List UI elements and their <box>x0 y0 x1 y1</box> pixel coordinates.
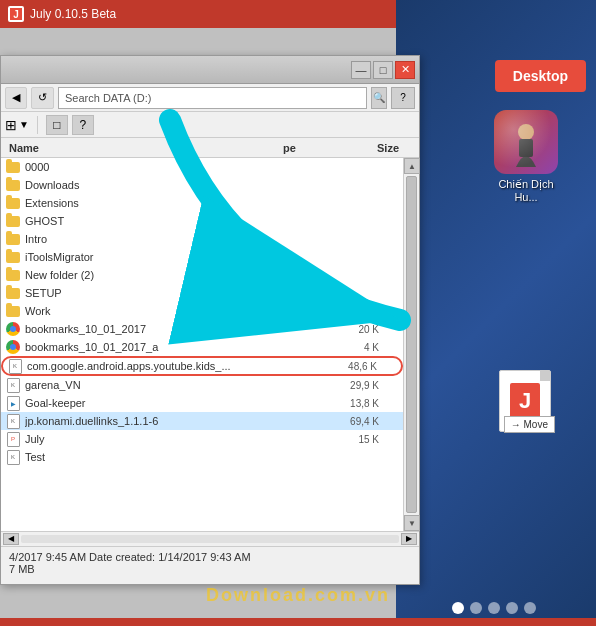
file-size: 13,8 K <box>339 398 399 409</box>
list-item[interactable]: Kcom.google.android.apps.youtube.kids_..… <box>1 356 403 376</box>
back-button[interactable]: ◀ <box>5 87 27 109</box>
horizontal-scrollbar[interactable]: ◀ ▶ <box>1 531 419 545</box>
file-name: Goal-keeper <box>25 397 339 409</box>
file-type-icon <box>5 339 21 355</box>
list-item[interactable]: Intro <box>1 230 403 248</box>
list-item[interactable]: 0000 <box>1 158 403 176</box>
view-options-button[interactable]: ⊞ ▼ <box>5 117 29 133</box>
dot-4 <box>506 602 518 614</box>
file-size: 29,9 K <box>339 380 399 391</box>
status-bar: 4/2017 9:45 AM Date created: 1/14/2017 9… <box>1 546 419 584</box>
file-type-icon <box>5 267 21 283</box>
file-type-icon <box>5 195 21 211</box>
dots-indicator <box>452 602 536 614</box>
file-type-icon: ▶ <box>5 395 21 411</box>
file-size: 15 K <box>339 434 399 445</box>
list-item[interactable]: Extensions <box>1 194 403 212</box>
desktop-background: Desktop Chiến Dịch Hu... J → Move <box>396 0 596 626</box>
list-item[interactable]: ▶Goal-keeper13,8 K <box>1 394 403 412</box>
list-item[interactable]: bookmarks_10_01_201720 K <box>1 320 403 338</box>
scroll-thumb[interactable] <box>406 176 417 513</box>
file-size: 20 K <box>339 324 399 335</box>
app-icon: J <box>8 6 24 22</box>
file-name: Work <box>25 305 339 317</box>
list-item[interactable]: Downloads <box>1 176 403 194</box>
file-list-container: 0000DownloadsExtensionsGHOSTIntroiToolsM… <box>1 158 419 531</box>
col-name-header[interactable]: Name <box>1 142 279 154</box>
close-button[interactable]: ✕ <box>395 61 415 79</box>
list-item[interactable]: Work <box>1 302 403 320</box>
bottom-bar <box>0 618 596 626</box>
file-name: bookmarks_10_01_2017_a <box>25 341 339 353</box>
list-item[interactable]: PJuly15 K <box>1 430 403 448</box>
window-title-bar: — □ ✕ <box>1 56 419 84</box>
desktop-file-image: J → Move <box>499 370 551 432</box>
search-button[interactable]: 🔍 <box>371 87 387 109</box>
address-bar[interactable]: Search DATA (D:) <box>58 87 367 109</box>
col-size-header[interactable]: Size <box>359 142 419 154</box>
file-size: 69,4 K <box>339 416 399 427</box>
list-item[interactable]: Kjp.konami.duellinks_1.1.1-669,4 K <box>1 412 403 430</box>
maximize-button[interactable]: □ <box>373 61 393 79</box>
file-type-icon <box>5 303 21 319</box>
file-name: GHOST <box>25 215 339 227</box>
info-button[interactable]: ? <box>72 115 94 135</box>
file-type-icon <box>5 159 21 175</box>
file-size: 48,6 K <box>337 361 397 372</box>
file-type-icon: K <box>5 449 21 465</box>
status-line-2: 7 MB <box>9 563 411 575</box>
scroll-up-button[interactable]: ▲ <box>404 158 420 174</box>
file-name: Extensions <box>25 197 339 209</box>
preview-button[interactable]: □ <box>46 115 68 135</box>
file-name: July <box>25 433 339 445</box>
file-type-icon: K <box>5 413 21 429</box>
file-name: Test <box>25 451 339 463</box>
file-name: com.google.android.apps.youtube.kids_... <box>27 360 337 372</box>
view-toolbar: ⊞ ▼ □ ? <box>1 112 419 138</box>
list-item[interactable]: bookmarks_10_01_2017_a4 K <box>1 338 403 356</box>
game-icon[interactable]: Chiến Dịch Hu... <box>486 110 566 203</box>
game-icon-image <box>494 110 558 174</box>
minimize-button[interactable]: — <box>351 61 371 79</box>
file-type-icon <box>5 177 21 193</box>
desktop-file-icon[interactable]: J → Move <box>499 370 551 436</box>
col-type-header[interactable]: pe <box>279 142 359 154</box>
list-item[interactable]: GHOST <box>1 212 403 230</box>
file-name: 0000 <box>25 161 339 173</box>
file-list: 0000DownloadsExtensionsGHOSTIntroiToolsM… <box>1 158 403 531</box>
help-button[interactable]: ? <box>391 87 415 109</box>
list-item[interactable]: SETUP <box>1 284 403 302</box>
file-type-icon <box>5 231 21 247</box>
file-type-icon <box>5 213 21 229</box>
list-item[interactable]: iToolsMigrator <box>1 248 403 266</box>
svg-rect-1 <box>519 139 533 157</box>
desktop-button[interactable]: Desktop <box>495 60 586 92</box>
list-item[interactable]: KTest <box>1 448 403 466</box>
dot-2 <box>470 602 482 614</box>
file-name: SETUP <box>25 287 339 299</box>
explorer-window: — □ ✕ ◀ ↺ Search DATA (D:) 🔍 ? ⊞ ▼ □ ? <box>0 55 420 585</box>
file-type-icon <box>5 321 21 337</box>
svg-point-0 <box>518 124 534 140</box>
list-item[interactable]: Kgarena_VN29,9 K <box>1 376 403 394</box>
file-name: jp.konami.duellinks_1.1.1-6 <box>25 415 339 427</box>
game-icon-label: Chiến Dịch Hu... <box>486 178 566 203</box>
file-name: Intro <box>25 233 339 245</box>
status-line-1: 4/2017 9:45 AM Date created: 1/14/2017 9… <box>9 551 411 563</box>
file-type-icon <box>5 285 21 301</box>
file-type-icon <box>5 249 21 265</box>
file-name: Downloads <box>25 179 339 191</box>
file-type-icon: P <box>5 431 21 447</box>
file-type-icon: K <box>7 358 23 374</box>
list-item[interactable]: New folder (2) <box>1 266 403 284</box>
dot-3 <box>488 602 500 614</box>
file-name: garena_VN <box>25 379 339 391</box>
watermark: Download.com.vn <box>206 585 390 606</box>
file-name: bookmarks_10_01_2017 <box>25 323 339 335</box>
scroll-down-button[interactable]: ▼ <box>404 515 420 531</box>
scrollbar[interactable]: ▲ ▼ <box>403 158 419 531</box>
move-badge: → Move <box>504 416 555 433</box>
file-name: New folder (2) <box>25 269 339 281</box>
column-header: Name pe Size <box>1 138 419 158</box>
refresh-button[interactable]: ↺ <box>31 87 54 109</box>
